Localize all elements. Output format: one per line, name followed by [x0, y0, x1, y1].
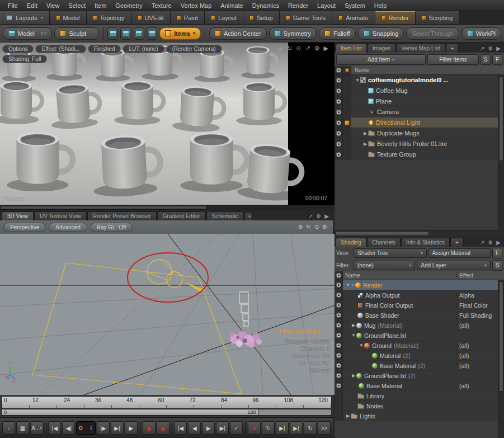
falloff-button[interactable]: Falloff	[319, 27, 356, 40]
options-button[interactable]: Options	[2, 45, 34, 53]
layout-tab-uvedit[interactable]: UVEdit	[131, 11, 171, 24]
shader-row-render[interactable]: ▼+Render	[335, 280, 504, 290]
item-row-camera[interactable]: Camera	[335, 107, 504, 117]
loop-prev-button[interactable]: ◀	[188, 421, 201, 435]
expand-arrow[interactable]: ▶	[351, 323, 356, 328]
record-button[interactable]: ●	[248, 421, 261, 435]
layout-tab-topology[interactable]: Topology	[87, 11, 131, 24]
shading-dropdown[interactable]: Shading: Full	[2, 55, 47, 63]
shader-row-material-2[interactable]: Material(2) (all)	[335, 351, 504, 361]
render-camera-dropdown[interactable]: (Render Camera)	[166, 45, 222, 53]
menu-texture[interactable]: Texture	[147, 1, 176, 10]
menu-dynamics[interactable]: Dynamics	[248, 1, 284, 10]
go-first-frame-button[interactable]: |◀	[48, 421, 61, 435]
eye-icon[interactable]	[336, 88, 341, 93]
filter-dropdown[interactable]: (none)▾	[354, 261, 415, 270]
cycle-button[interactable]: ↻	[304, 421, 317, 435]
item-list-hscrollbar[interactable]	[335, 230, 504, 237]
eye-icon[interactable]	[336, 373, 341, 378]
effect-dropdown[interactable]: Effect: (Shadi...	[35, 45, 86, 53]
item-row-directional-light[interactable]: Directional Light	[335, 117, 504, 128]
scrollbar-thumb[interactable]	[499, 281, 503, 392]
gear-icon[interactable]: ⚙	[314, 45, 320, 52]
add-layer-dropdown[interactable]: Add Layer▾	[417, 261, 491, 270]
filter-items-button[interactable]: Filter Items	[427, 54, 479, 65]
menu-vertex-map[interactable]: Vertex Map	[176, 1, 216, 10]
filters-button[interactable]: F	[492, 248, 502, 258]
shader-row-groundplane-2[interactable]: ▶GroundPlane.lxl(2)	[335, 371, 504, 381]
tab-schematic[interactable]: Schematic	[206, 211, 244, 220]
layout-tab-render[interactable]: Render	[375, 11, 416, 24]
eye-icon[interactable]	[336, 282, 341, 288]
layout-tab-animate[interactable]: Animate	[332, 11, 375, 24]
eye-icon[interactable]	[336, 323, 341, 328]
expand-arrow[interactable]: ▼	[359, 343, 364, 348]
add-icon[interactable]: +	[351, 282, 355, 288]
add-item-button[interactable]: Add Item▾	[336, 54, 426, 65]
loop-first-button[interactable]: |◀	[174, 421, 187, 435]
rotate-icon[interactable]: ↻	[287, 45, 292, 52]
assign-material-button[interactable]: Assign Material	[428, 248, 491, 258]
panel-menu-icon[interactable]: ▶	[324, 213, 329, 219]
scopes-button[interactable]: S	[492, 260, 502, 271]
scopes-button[interactable]: S	[481, 54, 491, 65]
menu-system[interactable]: System	[340, 1, 370, 10]
shader-row-base-material-2[interactable]: Base Material(2) (all)	[335, 361, 504, 371]
gear-icon[interactable]: ⚙	[316, 213, 321, 219]
menu-select[interactable]: Select	[64, 1, 90, 10]
item-row-plane[interactable]: Plane	[335, 96, 504, 107]
lut-dropdown[interactable]: LUT: (none)	[123, 45, 164, 53]
render-view-scrollbar[interactable]	[0, 205, 333, 210]
tab-vertex-map-list[interactable]: Vertex Map List	[397, 44, 445, 53]
select-through-button[interactable]: Select Through	[406, 27, 459, 40]
eye-icon[interactable]	[336, 303, 341, 308]
expand-arrow[interactable]: ▼	[345, 282, 351, 288]
zoom-icon[interactable]: ⊙	[314, 224, 319, 230]
menu-animate[interactable]: Animate	[216, 1, 247, 10]
viewport-preset-2-icon[interactable]	[120, 27, 131, 40]
eye-icon[interactable]	[336, 333, 341, 338]
eye-icon[interactable]	[336, 313, 341, 318]
add-tab-button[interactable]: +	[244, 212, 252, 220]
expand-icon[interactable]: ↗	[305, 45, 310, 52]
eye-icon[interactable]	[336, 383, 341, 388]
render-toggle-icon[interactable]	[345, 120, 350, 125]
gear-icon[interactable]: ⚙	[488, 45, 493, 51]
menu-edit[interactable]: Edit	[22, 1, 42, 10]
add-tab-button[interactable]: +	[446, 44, 459, 53]
model-mode-button[interactable]: Model F2	[3, 27, 52, 40]
viewport-preset-3-icon[interactable]	[134, 27, 144, 40]
layout-tab-paint[interactable]: Paint	[171, 11, 205, 24]
sculpt-mode-button[interactable]: Sculpt	[54, 27, 99, 40]
tab-shading[interactable]: Shading	[336, 238, 366, 247]
viewport-preset-4-icon[interactable]	[147, 27, 157, 40]
layout-tab-setup[interactable]: Setup	[243, 11, 280, 24]
shader-row-mug-material[interactable]: ▶Mug(Material) (all)	[335, 321, 504, 331]
3d-viewport[interactable]: Y Z X Directional Light Polygons : Subdi…	[0, 234, 333, 395]
finished-status-button[interactable]: Finished	[88, 45, 121, 53]
panel-menu-icon[interactable]: ▶	[496, 239, 501, 246]
menu-item[interactable]: Item	[90, 1, 111, 10]
raygl-dropdown[interactable]: Ray GL: Off	[90, 223, 133, 232]
tab-render-preset-browser[interactable]: Render Preset Browser	[87, 211, 157, 220]
tab-images[interactable]: Images	[368, 44, 396, 53]
item-row-texture-group[interactable]: Texture Group	[335, 149, 504, 160]
item-row-duplicate-mugs[interactable]: ▶ Duplicate Mugs	[335, 128, 504, 139]
shader-row-base-shader[interactable]: Base Shader Full Shading	[335, 310, 504, 321]
menu-file[interactable]: File	[3, 1, 22, 10]
go-last-frame-button[interactable]: ▶|	[111, 421, 124, 435]
more-transport-button[interactable]: >>	[318, 421, 331, 435]
tab-3d-view[interactable]: 3D View	[2, 211, 34, 220]
layouts-button[interactable]: Layouts ▾	[0, 11, 50, 24]
item-list-scrollbar[interactable]	[498, 75, 504, 230]
item-row-beverly-hills-probe[interactable]: ▶ Beverly Hills Probe 01.lxe	[335, 139, 504, 149]
frame-spinner[interactable]: ▲▼	[90, 425, 93, 431]
scrollbar-thumb[interactable]	[336, 231, 429, 236]
step-forward-button[interactable]: ▶|	[276, 421, 289, 435]
tab-item-list[interactable]: Item List	[336, 44, 367, 53]
pan-icon[interactable]: ⊕	[298, 224, 303, 230]
zoom-icon[interactable]: ⊙	[296, 45, 301, 52]
shader-row-ground-material[interactable]: ▼Ground(Material) (all)	[335, 341, 504, 351]
expand-arrow[interactable]: ▶	[362, 131, 368, 136]
keyframe-check-button[interactable]: ✓	[230, 421, 243, 435]
